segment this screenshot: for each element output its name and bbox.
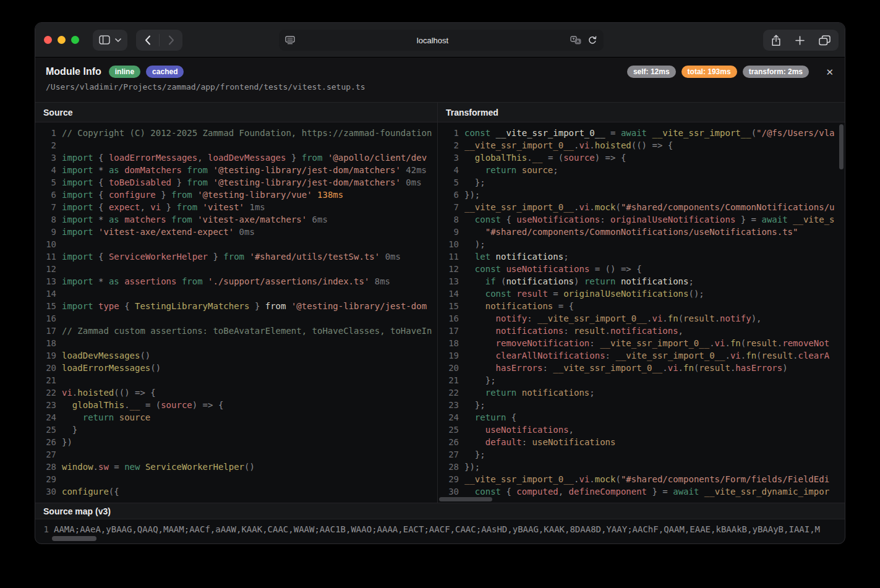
url-text[interactable]: localhost xyxy=(295,36,570,45)
reload-icon xyxy=(587,35,597,45)
close-button[interactable]: ✕ xyxy=(823,65,836,79)
line-number: 6 xyxy=(40,189,56,201)
code-line: 3import { loadErrorMessages, loadDevMess… xyxy=(40,151,437,164)
address-bar[interactable]: localhost xyxy=(279,30,604,51)
zoom-window-button[interactable] xyxy=(71,36,79,44)
chevron-down-icon xyxy=(115,38,121,42)
line-number: 8 xyxy=(40,213,56,226)
translate-icon[interactable] xyxy=(570,36,581,45)
line-number: 14 xyxy=(443,288,459,300)
module-badges: inlinecached xyxy=(109,66,184,78)
line-number: 7 xyxy=(40,201,56,213)
line-number: 18 xyxy=(40,337,56,349)
code-line: 8 const { useNotifications: originalUseN… xyxy=(443,213,845,226)
tab-overview-button[interactable] xyxy=(819,35,831,46)
transformed-panel-title: Transformed xyxy=(437,103,845,122)
code-line: 5import { toBeDisabled } from '@testing-… xyxy=(40,176,437,189)
line-number: 17 xyxy=(443,325,459,337)
code-line: 23 }; xyxy=(443,399,845,411)
code-line: 13 if (notifications) return notificatio… xyxy=(443,275,845,288)
code-line: 7import { expect, vi } from 'vitest' 1ms xyxy=(40,201,437,213)
line-number: 29 xyxy=(443,473,459,485)
code-line: 8import * as matchers from 'vitest-axe/m… xyxy=(40,213,437,226)
line-number: 25 xyxy=(40,424,56,436)
code-line: 15import type { TestingLibraryMatchers }… xyxy=(40,300,437,312)
code-line: 24 return source xyxy=(40,411,437,424)
line-number: 23 xyxy=(40,399,56,411)
code-line: 1// Copyright (C) 2012-2025 Zammad Found… xyxy=(40,127,437,139)
back-button[interactable] xyxy=(136,30,159,51)
line-number: 1 xyxy=(443,127,459,139)
line-number: 30 xyxy=(443,485,459,498)
line-number: 22 xyxy=(40,386,56,399)
line-number: 28 xyxy=(443,461,459,473)
browser-toolbar: localhost xyxy=(35,23,845,58)
code-line: 21 xyxy=(40,374,437,386)
code-line: 16 notify: __vite_ssr_import_0__.vi.fn(r… xyxy=(443,312,845,325)
code-line: 18 xyxy=(40,337,437,349)
code-line: 22 return notifications; xyxy=(443,386,845,399)
share-button[interactable] xyxy=(771,35,781,46)
reader-icon[interactable] xyxy=(285,36,295,45)
sidebar-toggle-button[interactable] xyxy=(93,30,127,51)
inline-badge: inline xyxy=(109,66,140,78)
line-number: 1 xyxy=(40,127,56,139)
line-number: 14 xyxy=(40,288,56,300)
code-line: 11 let notifications; xyxy=(443,250,845,263)
line-number: 18 xyxy=(443,337,459,349)
code-line: 30configure({ xyxy=(40,485,437,498)
line-number: 9 xyxy=(40,226,56,238)
timing-badges: self: 12mstotal: 193mstransform: 2ms xyxy=(627,66,809,78)
share-icon xyxy=(771,35,781,46)
code-line: 1AAMA;AAeA,yBAAG,QAAQ,MAAM;AACf,aAAW,KAA… xyxy=(40,523,845,535)
code-line: 11import { ServiceWorkerHelper } from '#… xyxy=(40,250,437,263)
line-number: 25 xyxy=(443,424,459,436)
code-line: 28}); xyxy=(443,461,845,473)
vertical-scrollbar[interactable] xyxy=(839,124,844,169)
toolbar-right-buttons xyxy=(763,30,839,51)
module-info-header: Module Info inlinecached self: 12mstotal… xyxy=(35,58,845,103)
forward-button[interactable] xyxy=(160,30,182,51)
line-number: 28 xyxy=(40,461,56,473)
line-number: 7 xyxy=(443,201,459,213)
self-time-badge: self: 12ms xyxy=(627,66,676,78)
line-number: 13 xyxy=(443,275,459,288)
code-line: 28window.sw = new ServiceWorkerHelper() xyxy=(40,461,437,473)
line-number: 21 xyxy=(443,374,459,386)
source-panel-title: Source xyxy=(35,103,437,122)
reload-button[interactable] xyxy=(587,35,597,45)
line-number: 15 xyxy=(40,300,56,312)
code-line: 26 default: useNotifications xyxy=(443,436,845,448)
code-line: 5 }; xyxy=(443,176,845,189)
code-line: 14 xyxy=(40,288,437,300)
code-line: 24 return { xyxy=(443,411,845,424)
code-line: 19 clearAllNotifications: __vite_ssr_imp… xyxy=(443,349,845,362)
new-tab-button[interactable] xyxy=(795,36,805,45)
line-number: 20 xyxy=(40,362,56,374)
transformed-code-panel: 1const __vite_ssr_import_0__ = await __v… xyxy=(437,122,845,503)
line-number: 29 xyxy=(40,473,56,485)
code-line: 29__vite_ssr_import_0__.vi.mock("#shared… xyxy=(443,473,845,485)
code-line: 2 xyxy=(40,139,437,151)
code-line: 14 const result = originalUseNotificatio… xyxy=(443,288,845,300)
window-controls xyxy=(44,36,79,44)
line-number: 4 xyxy=(40,164,56,176)
code-line: 16 xyxy=(40,312,437,325)
code-line: 19loadDevMessages() xyxy=(40,349,437,362)
line-number: 13 xyxy=(40,275,56,288)
close-window-button[interactable] xyxy=(44,36,52,44)
code-line: 4 return source; xyxy=(443,164,845,176)
code-line: 13import * as assertions from './support… xyxy=(40,275,437,288)
line-number: 1 xyxy=(40,523,49,535)
minimize-window-button[interactable] xyxy=(58,36,66,44)
line-number: 2 xyxy=(40,139,56,151)
code-line: 27 xyxy=(40,448,437,461)
sourcemap-panel: 1AAMA;AAeA,yBAAG,QAAQ,MAAM;AACf,aAAW,KAA… xyxy=(35,519,845,543)
cached-badge: cached xyxy=(146,66,184,78)
horizontal-scrollbar[interactable] xyxy=(439,497,492,501)
line-number: 20 xyxy=(443,362,459,374)
chevron-left-icon xyxy=(145,35,151,45)
code-line: 18 removeNotification: __vite_ssr_import… xyxy=(443,337,845,349)
sourcemap-horizontal-scrollbar[interactable] xyxy=(52,536,96,541)
code-line: 25 } xyxy=(40,424,437,436)
